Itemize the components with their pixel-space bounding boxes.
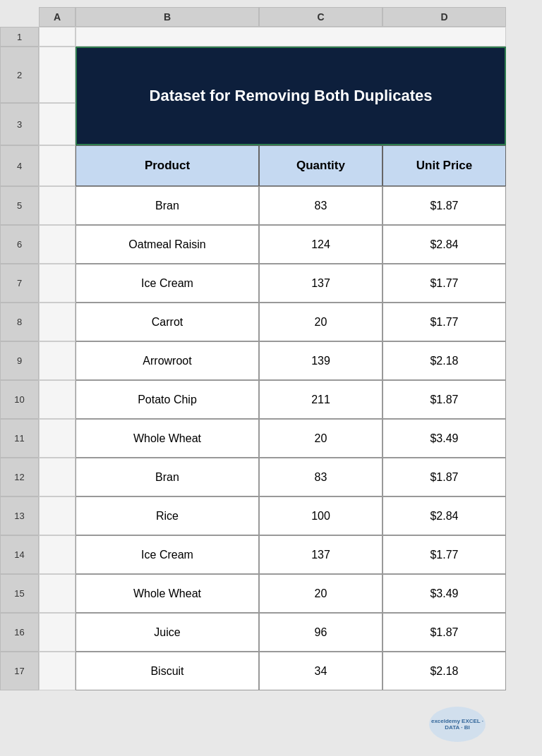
column-headers: A B C D	[39, 7, 542, 27]
cell-13-price: $2.84	[383, 496, 506, 535]
cell-10-qty: 211	[259, 380, 383, 419]
cell-12a	[39, 458, 76, 496]
row-9: 9 Arrowroot 139 $2.18	[0, 341, 542, 380]
cell-6-price: $2.84	[383, 225, 506, 264]
title-row-nums: 2 3	[0, 47, 39, 145]
cell-4a	[39, 145, 76, 186]
cell-8-qty: 20	[259, 303, 383, 341]
cell-12-price: $1.87	[383, 458, 506, 496]
col-header-c: C	[259, 7, 383, 27]
rownum-12: 12	[0, 458, 39, 496]
cell-7a	[39, 264, 76, 303]
cell-6-qty: 124	[259, 225, 383, 264]
rownum-13: 13	[0, 496, 39, 535]
cell-17a	[39, 652, 76, 690]
cell-13-product: Rice	[76, 496, 259, 535]
cell-9-price: $2.18	[383, 341, 506, 380]
title-a-cells	[39, 47, 76, 145]
title-row-group: 2 3 Dataset for Removing Both Duplicates	[0, 47, 542, 145]
row-16: 16 Juice 96 $1.87	[0, 613, 542, 652]
row-15: 15 Whole Wheat 20 $3.49	[0, 574, 542, 613]
cell-11-product: Whole Wheat	[76, 419, 259, 458]
row-10: 10 Potato Chip 211 $1.87	[0, 380, 542, 419]
cell-14-product: Ice Cream	[76, 535, 259, 574]
cell-5-price: $1.87	[383, 186, 506, 225]
row-1: 1	[0, 27, 542, 47]
spreadsheet-title: Dataset for Removing Both Duplicates	[76, 47, 506, 145]
watermark: exceldemy EXCEL · DATA · BI	[429, 707, 486, 742]
rownum-7: 7	[0, 264, 39, 303]
rownum-15: 15	[0, 574, 39, 613]
cell-11a	[39, 419, 76, 458]
cell-14-qty: 137	[259, 535, 383, 574]
cell-7-product: Ice Cream	[76, 264, 259, 303]
cell-5-product: Bran	[76, 186, 259, 225]
cell-13-qty: 100	[259, 496, 383, 535]
row-6: 6 Oatmeal Raisin 124 $2.84	[0, 225, 542, 264]
col-header-a: A	[39, 7, 76, 27]
cell-16-price: $1.87	[383, 613, 506, 652]
cell-15-price: $3.49	[383, 574, 506, 613]
rownum-10: 10	[0, 380, 39, 419]
grid-wrapper: A B C D 1 2 3 Dataset	[0, 0, 542, 690]
row-11: 11 Whole Wheat 20 $3.49	[0, 419, 542, 458]
row-13: 13 Rice 100 $2.84	[0, 496, 542, 535]
col-header-b: B	[76, 7, 259, 27]
spreadsheet: A B C D 1 2 3 Dataset	[0, 0, 542, 756]
cell-15-product: Whole Wheat	[76, 574, 259, 613]
rownum-8: 8	[0, 303, 39, 341]
row-4: 4 Product Quantity Unit Price	[0, 145, 542, 186]
row-14: 14 Ice Cream 137 $1.77	[0, 535, 542, 574]
cell-10a	[39, 380, 76, 419]
cell-1bcd	[76, 27, 506, 47]
cell-1a	[39, 27, 76, 47]
rownum-9: 9	[0, 341, 39, 380]
cell-15-qty: 20	[259, 574, 383, 613]
rownum-1: 1	[0, 27, 39, 47]
cell-16a	[39, 613, 76, 652]
cell-12-qty: 83	[259, 458, 383, 496]
rownum-16: 16	[0, 613, 39, 652]
row-12: 12 Bran 83 $1.87	[0, 458, 542, 496]
cell-10-price: $1.87	[383, 380, 506, 419]
cell-15a	[39, 574, 76, 613]
cell-8a	[39, 303, 76, 341]
cell-8-product: Carrot	[76, 303, 259, 341]
rownum-14: 14	[0, 535, 39, 574]
cell-12-product: Bran	[76, 458, 259, 496]
header-product: Product	[76, 145, 259, 186]
rownum-17: 17	[0, 652, 39, 690]
data-rows: 5 Bran 83 $1.87 6 Oatmeal Raisin 124 $2.…	[0, 186, 542, 690]
cell-7-qty: 137	[259, 264, 383, 303]
rownum-3: 3	[0, 103, 39, 145]
cell-9a	[39, 341, 76, 380]
cell-5a	[39, 186, 76, 225]
cell-9-product: Arrowroot	[76, 341, 259, 380]
rownum-11: 11	[0, 419, 39, 458]
cell-14a	[39, 535, 76, 574]
cell-3a	[39, 103, 76, 145]
cell-11-price: $3.49	[383, 419, 506, 458]
cell-8-price: $1.77	[383, 303, 506, 341]
row-5: 5 Bran 83 $1.87	[0, 186, 542, 225]
cell-10-product: Potato Chip	[76, 380, 259, 419]
rownum-2: 2	[0, 47, 39, 103]
cell-2a	[39, 47, 76, 103]
cell-9-qty: 139	[259, 341, 383, 380]
header-unit-price: Unit Price	[383, 145, 506, 186]
rows-area: 1 2 3 Dataset for Removing Both Duplicat…	[0, 27, 542, 690]
cell-14-price: $1.77	[383, 535, 506, 574]
header-quantity: Quantity	[259, 145, 383, 186]
rownum-4: 4	[0, 145, 39, 186]
cell-16-qty: 96	[259, 613, 383, 652]
cell-17-qty: 34	[259, 652, 383, 690]
cell-7-price: $1.77	[383, 264, 506, 303]
row-7: 7 Ice Cream 137 $1.77	[0, 264, 542, 303]
cell-17-product: Biscuit	[76, 652, 259, 690]
row-17: 17 Biscuit 34 $2.18	[0, 652, 542, 690]
cell-6a	[39, 225, 76, 264]
cell-16-product: Juice	[76, 613, 259, 652]
row-8: 8 Carrot 20 $1.77	[0, 303, 542, 341]
cell-5-qty: 83	[259, 186, 383, 225]
cell-11-qty: 20	[259, 419, 383, 458]
